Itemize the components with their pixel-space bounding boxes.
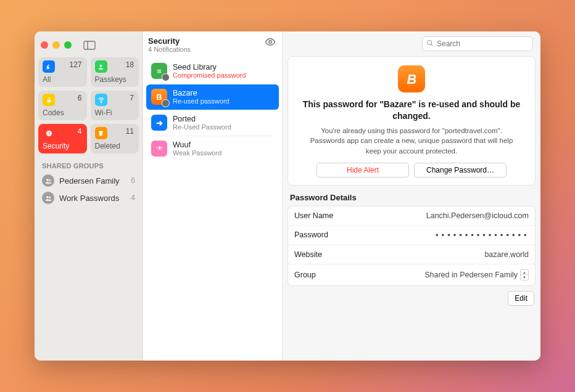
svg-text:B: B (407, 71, 416, 87)
username-value: Lanchi.Pedersen@icloud.com (426, 211, 529, 220)
shared-groups: Pedersen Family6Work Passwords4 (35, 172, 143, 206)
trash-icon (95, 127, 107, 139)
svg-point-12 (46, 179, 48, 181)
alert-body: You're already using this password for "… (298, 126, 525, 157)
app-icon: ➜ (151, 115, 167, 131)
tile-count: 127 (69, 60, 81, 69)
group-stepper[interactable]: ▲ ▼ (520, 269, 529, 280)
item-name: Ported (173, 115, 231, 123)
bazare-app-icon: B (398, 65, 425, 92)
lock-icon (43, 94, 55, 106)
svg-line-18 (431, 44, 433, 46)
tile-passkeys[interactable]: 18Passkeys (91, 57, 139, 87)
tile-security[interactable]: 4Security (38, 124, 87, 153)
people-icon (42, 192, 54, 204)
tile-label: Codes (43, 108, 64, 117)
tile-wifi[interactable]: 7Wi-Fi (91, 91, 139, 120)
sidebar-toggle-icon[interactable] (83, 39, 96, 51)
visibility-icon[interactable] (265, 36, 276, 50)
app-icon: ≡ (151, 63, 167, 79)
item-list-panel: Security 4 Notifications ≡Seed LibraryCo… (143, 31, 283, 361)
titlebar (35, 36, 143, 54)
password-value: •••••••••••••••• (435, 231, 529, 240)
tile-count: 4 (78, 127, 82, 136)
group-name: Pedersen Family (59, 176, 120, 186)
search-input[interactable] (437, 39, 529, 48)
website-row[interactable]: Website bazare.world (288, 245, 535, 264)
item-sub: Weak Password (173, 149, 221, 157)
security-list: ≡Seed LibraryCompromised passwordBBazare… (143, 57, 282, 163)
people-icon (42, 174, 54, 187)
svg-point-17 (428, 41, 432, 45)
item-sub: Re-used password (173, 97, 230, 105)
svg-rect-8 (49, 131, 49, 134)
tile-label: All (43, 75, 51, 84)
svg-point-2 (46, 66, 49, 69)
list-item-bazare[interactable]: BBazareRe-used password (146, 84, 279, 110)
wifi-icon (95, 94, 107, 106)
tile-label: Security (43, 142, 69, 150)
website-label: Website (294, 250, 322, 259)
window-controls (41, 41, 72, 49)
svg-point-15 (49, 197, 51, 198)
minimize-window-button[interactable] (52, 41, 60, 49)
item-sub: Re-Used Password (173, 123, 231, 131)
list-subtitle: 4 Notifications (148, 46, 191, 53)
group-pedersen-family[interactable]: Pedersen Family6 (35, 172, 143, 189)
password-row[interactable]: Password •••••••••••••••• (288, 225, 535, 245)
search-icon (426, 38, 434, 49)
hide-alert-button[interactable]: Hide Alert (316, 163, 409, 178)
tile-count: 11 (126, 127, 134, 136)
alert-title: This password for "Bazare" is re-used an… (298, 99, 525, 122)
svg-point-13 (49, 179, 51, 181)
zoom-window-button[interactable] (64, 41, 72, 49)
chevron-down-icon: ▼ (521, 275, 528, 280)
svg-rect-11 (100, 130, 102, 131)
group-work-passwords[interactable]: Work Passwords4 (35, 189, 143, 206)
list-item-wuuf[interactable]: ･ᴥ･WuufWeak Password (146, 136, 279, 161)
tile-count: 7 (130, 94, 134, 102)
change-password-button[interactable]: Change Password… (414, 163, 507, 178)
svg-point-6 (101, 102, 101, 102)
tile-label: Deleted (95, 142, 120, 150)
group-count: 4 (131, 194, 135, 202)
username-row[interactable]: User Name Lanchi.Pedersen@icloud.com (288, 206, 535, 225)
close-window-button[interactable] (41, 41, 48, 49)
list-header: Security 4 Notifications (143, 31, 282, 57)
person-icon (95, 60, 107, 73)
edit-button[interactable]: Edit (508, 291, 534, 306)
tile-label: Passkeys (95, 75, 126, 84)
shared-groups-label: SHARED GROUPS (35, 160, 143, 172)
username-label: User Name (294, 211, 333, 220)
svg-rect-0 (84, 41, 95, 49)
chevron-up-icon: ▲ (521, 270, 528, 276)
security-alert-card: B This password for "Bazare" is re-used … (288, 56, 536, 186)
list-item-ported[interactable]: ➜PortedRe-Used Password (146, 110, 279, 136)
tile-count: 18 (126, 60, 134, 69)
group-label: Group (294, 271, 316, 279)
app-icon: B (151, 89, 167, 105)
search-field[interactable] (422, 36, 533, 51)
group-name: Work Passwords (59, 194, 119, 203)
group-count: 6 (131, 176, 135, 185)
details-heading: Password Details (288, 193, 536, 206)
tile-count: 6 (78, 94, 82, 102)
svg-point-14 (46, 196, 48, 198)
sidebar: 127All18Passkeys6Codes7Wi-Fi4Security11D… (35, 31, 143, 361)
tile-codes[interactable]: 6Codes (38, 91, 87, 120)
detail-panel: B This password for "Bazare" is re-used … (283, 31, 540, 361)
password-label: Password (294, 231, 328, 239)
tile-deleted[interactable]: 11Deleted (91, 124, 139, 153)
tile-all[interactable]: 127All (38, 57, 87, 87)
svg-point-4 (100, 64, 102, 67)
svg-rect-5 (47, 100, 51, 102)
svg-rect-9 (49, 134, 49, 135)
alert-icon (43, 127, 55, 139)
svg-point-16 (269, 41, 272, 44)
list-item-seed-library[interactable]: ≡Seed LibraryCompromised password (146, 59, 279, 84)
category-tiles: 127All18Passkeys6Codes7Wi-Fi4Security11D… (35, 54, 143, 160)
group-value: Shared in Pedersen Family (424, 271, 518, 279)
password-details: Password Details User Name Lanchi.Peders… (288, 193, 536, 306)
group-row[interactable]: Group Shared in Pedersen Family ▲ ▼ (288, 264, 535, 285)
item-name: Wuuf (173, 141, 221, 149)
